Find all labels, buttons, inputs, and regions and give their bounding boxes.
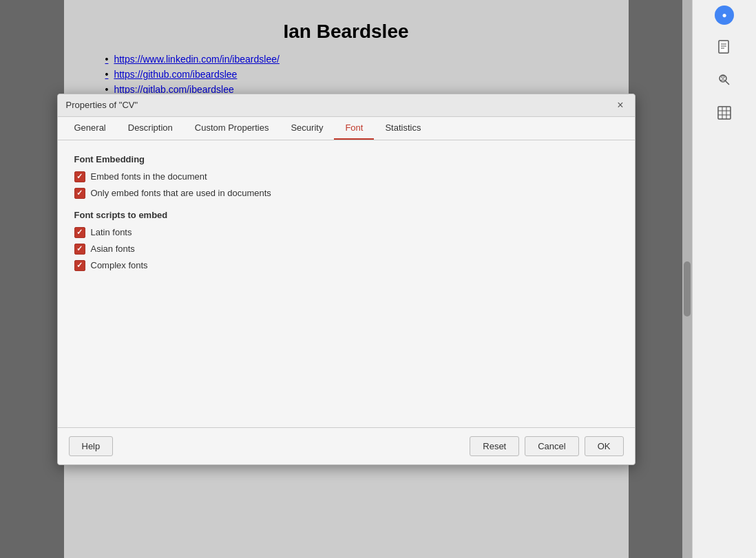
embed-fonts-row: Embed fonts in the document <box>74 171 618 182</box>
right-sidebar: ● <box>692 0 756 558</box>
only-embed-row: Only embed fonts that are used in docume… <box>74 188 618 199</box>
asian-fonts-label: Asian fonts <box>91 244 135 254</box>
latin-fonts-label: Latin fonts <box>91 227 132 237</box>
svg-line-5 <box>726 81 729 85</box>
asian-fonts-checkbox[interactable] <box>74 244 85 255</box>
dialog-footer: Help Reset Cancel OK <box>58 427 635 464</box>
font-scripts-section: Font scripts to embed Latin fonts Asian … <box>74 210 618 271</box>
complex-fonts-checkbox[interactable] <box>74 260 85 271</box>
embed-fonts-checkbox[interactable] <box>74 171 85 182</box>
person-search-icon[interactable] <box>713 69 735 91</box>
svg-rect-7 <box>718 107 731 119</box>
ok-button[interactable]: OK <box>585 436 624 456</box>
dialog-titlebar: Properties of "CV" × <box>58 94 635 117</box>
only-embed-checkbox[interactable] <box>74 188 85 199</box>
modal-overlay: Properties of "CV" × General Description… <box>0 0 692 558</box>
page-icon[interactable] <box>713 36 735 58</box>
latin-fonts-checkbox[interactable] <box>74 227 85 238</box>
asian-fonts-row: Asian fonts <box>74 244 618 255</box>
dialog-content: Font Embedding Embed fonts in the docume… <box>58 140 635 427</box>
svg-rect-0 <box>719 41 728 53</box>
circle-icon[interactable]: ● <box>715 6 734 25</box>
complex-fonts-row: Complex fonts <box>74 260 618 271</box>
cancel-button[interactable]: Cancel <box>525 436 578 456</box>
only-embed-label: Only embed fonts that are used in docume… <box>91 188 271 198</box>
table-icon[interactable] <box>713 102 735 124</box>
tab-security[interactable]: Security <box>280 117 334 140</box>
help-button[interactable]: Help <box>69 436 114 456</box>
close-button[interactable]: × <box>614 100 626 111</box>
latin-fonts-row: Latin fonts <box>74 227 618 238</box>
tab-description[interactable]: Description <box>117 117 184 140</box>
complex-fonts-label: Complex fonts <box>91 260 148 270</box>
font-embedding-heading: Font Embedding <box>74 154 618 164</box>
svg-point-6 <box>722 76 724 78</box>
footer-right-buttons: Reset Cancel OK <box>470 436 623 456</box>
dialog-tabs: General Description Custom Properties Se… <box>58 117 635 140</box>
tab-statistics[interactable]: Statistics <box>374 117 432 140</box>
tab-general[interactable]: General <box>63 117 117 140</box>
tab-custom-properties[interactable]: Custom Properties <box>184 117 280 140</box>
properties-dialog: Properties of "CV" × General Description… <box>57 94 636 465</box>
dialog-title: Properties of "CV" <box>66 100 138 110</box>
embed-fonts-label: Embed fonts in the document <box>91 171 207 182</box>
tab-font[interactable]: Font <box>334 117 374 140</box>
reset-button[interactable]: Reset <box>470 436 519 456</box>
font-scripts-heading: Font scripts to embed <box>74 210 618 220</box>
